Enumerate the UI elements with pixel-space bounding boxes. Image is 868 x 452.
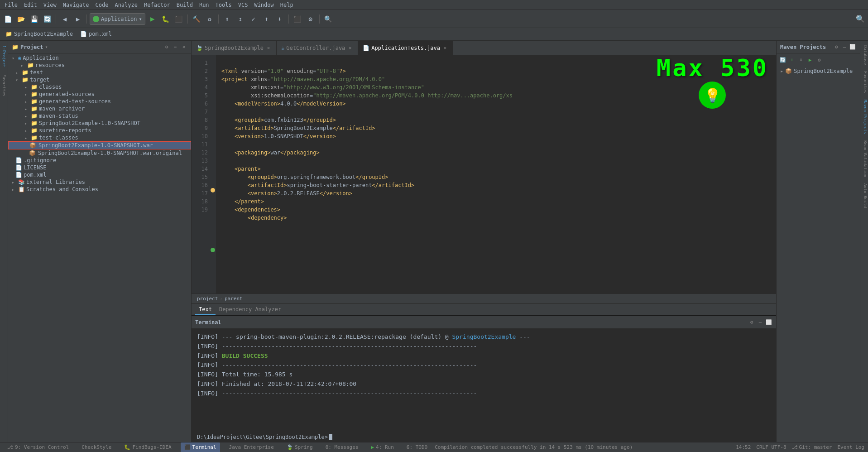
toolbar-debug[interactable]: 🐛: [160, 13, 172, 25]
toolbar-forward[interactable]: ▶: [72, 13, 84, 25]
status-event-log[interactable]: Event Log: [837, 444, 864, 450]
run-configuration[interactable]: Application ▾: [90, 13, 145, 25]
strip-bean-validation[interactable]: Bean Validation: [861, 138, 868, 180]
toolbar-stop[interactable]: ⬛: [173, 13, 185, 25]
menu-tools[interactable]: Tools: [213, 1, 235, 9]
menu-build[interactable]: Build: [174, 1, 196, 9]
breadcrumb-parent[interactable]: parent: [225, 296, 243, 302]
maven-download-icon[interactable]: ⬇: [797, 56, 805, 63]
breadcrumb-springboot[interactable]: 📁 SpringBoot2Example: [2, 29, 77, 40]
tab-getcontroller[interactable]: ☕ GetController.java ✕: [277, 41, 358, 55]
toolbar-settings[interactable]: ⚙: [305, 13, 317, 25]
toolbar-pull[interactable]: ⬇: [274, 13, 286, 25]
strip-database[interactable]: Database: [861, 43, 868, 67]
breadcrumb-pom[interactable]: 📄 pom.xml: [77, 29, 115, 40]
tree-resources[interactable]: ▸ 📁 resources: [8, 62, 191, 69]
maven-add-icon[interactable]: +: [788, 56, 796, 63]
strip-maven-projects[interactable]: Maven Projects: [861, 97, 868, 137]
menu-window[interactable]: Window: [251, 1, 276, 9]
tree-maven-archiver[interactable]: ▸ 📁 maven-archiver: [8, 105, 191, 112]
toolbar-build-project[interactable]: 🔨: [191, 13, 202, 25]
menu-view[interactable]: View: [41, 1, 59, 9]
tree-external-libs[interactable]: ▸ 📚 External Libraries: [8, 178, 191, 186]
strip-favorites[interactable]: Favorites: [1, 72, 7, 99]
toolbar-push[interactable]: ⬆: [261, 13, 273, 25]
toolbar-update-proj[interactable]: ⬆: [221, 13, 233, 25]
terminal-expand-icon[interactable]: ⬜: [765, 319, 772, 326]
toolbar-rebuild[interactable]: ♻: [204, 13, 216, 25]
breadcrumb-project[interactable]: project: [197, 296, 218, 302]
toolbar-commit[interactable]: ✓: [248, 13, 259, 25]
tree-war-original[interactable]: 📦 SpringBoot2Example-1.0-SNAPSHOT.war.or…: [8, 149, 191, 157]
tree-generated-sources[interactable]: ▸ 📁 generated-sources: [8, 91, 191, 98]
status-git-branch[interactable]: ⎇ Git: master: [792, 444, 832, 450]
menu-help[interactable]: Help: [278, 1, 296, 9]
panel-gear-icon[interactable]: ⚙: [163, 43, 170, 51]
tab-springboot-close[interactable]: ✕: [265, 45, 272, 51]
tree-license[interactable]: 📄 LICENSE: [8, 164, 191, 171]
toolbar-git[interactable]: ↕: [235, 13, 246, 25]
toolbar-run[interactable]: ▶: [147, 13, 158, 25]
tree-root-application[interactable]: ▾ ◉ Application: [8, 54, 191, 62]
tree-classes[interactable]: ▸ 📁 classes: [8, 83, 191, 91]
maven-tree-item-springboot[interactable]: ▸ 📦 SpringBoot2Example: [778, 67, 858, 75]
maven-refresh-icon[interactable]: 🔄: [779, 56, 786, 63]
tree-generated-test-sources[interactable]: ▸ 📁 generated-test-sources: [8, 98, 191, 105]
tree-gitignore[interactable]: 📄 .gitignore: [8, 157, 191, 164]
menu-run[interactable]: Run: [197, 1, 212, 9]
maven-gear-icon[interactable]: ⚙: [833, 43, 840, 51]
status-run[interactable]: ▶ 4: Run: [367, 442, 397, 452]
toolbar-terminal[interactable]: ⬛: [292, 13, 303, 25]
tree-test-classes[interactable]: ▸ 📁 test-classes: [8, 134, 191, 141]
status-messages[interactable]: 0: Messages: [322, 442, 362, 452]
menu-refactor[interactable]: Refactor: [141, 1, 173, 9]
menu-vcs[interactable]: VCS: [235, 1, 251, 9]
tree-target[interactable]: ▾ 📁 target: [8, 76, 191, 83]
toolbar-find[interactable]: 🔍: [322, 13, 334, 25]
status-encoding[interactable]: CRLF UTF-8: [756, 444, 786, 450]
toolbar-sync[interactable]: 🔄: [41, 13, 53, 25]
tree-scratches[interactable]: ▸ 📋 Scratches and Consoles: [8, 186, 191, 193]
status-spring[interactable]: 🍃 Spring: [283, 442, 317, 452]
menu-code[interactable]: Code: [93, 1, 111, 9]
tree-pom[interactable]: 📄 pom.xml: [8, 171, 191, 178]
toolbar-search-everywhere[interactable]: 🔍: [854, 13, 866, 25]
status-terminal[interactable]: ⬛ Terminal: [181, 442, 220, 452]
tree-test[interactable]: ▸ 📁 test: [8, 69, 191, 76]
tree-maven-status[interactable]: ▸ 📁 maven-status: [8, 112, 191, 120]
status-todo[interactable]: 6: TODO: [403, 442, 431, 452]
terminal-gear-icon[interactable]: ⚙: [748, 319, 755, 326]
project-dropdown[interactable]: ▾: [45, 44, 48, 49]
status-findbugs[interactable]: 🐛 FindBugs-IDEA: [120, 442, 175, 452]
code-editor[interactable]: <?xml version="1.0" encoding="UTF-8"?> <…: [216, 55, 776, 293]
maven-run-icon[interactable]: ▶: [806, 56, 814, 63]
tab-getcontroller-close[interactable]: ✕: [347, 45, 353, 51]
tab-springboot2example[interactable]: 🍃 SpringBoot2Example ✕: [192, 41, 277, 55]
strip-favorites-right[interactable]: Favorites: [861, 68, 868, 96]
maven-expand-icon[interactable]: ⬜: [849, 43, 856, 51]
status-java-enterprise[interactable]: Java Enterprise: [225, 442, 278, 452]
tab-text[interactable]: Text: [195, 305, 216, 315]
panel-close-icon[interactable]: ✕: [180, 43, 187, 51]
terminal-minimize-icon[interactable]: —: [757, 319, 764, 326]
toolbar-new-file[interactable]: 📄: [2, 13, 14, 25]
tab-dependency-analyzer[interactable]: Dependency Analyzer: [216, 305, 285, 315]
toolbar-back[interactable]: ◀: [59, 13, 71, 25]
tree-war-file[interactable]: 📦 SpringBoot2Example-1.0-SNAPSHOT.war: [8, 141, 191, 149]
menu-navigate[interactable]: Navigate: [60, 1, 92, 9]
status-version-control[interactable]: ⎇ 9: Version Control: [4, 442, 72, 452]
toolbar-open[interactable]: 📂: [15, 13, 27, 25]
menu-edit[interactable]: Edit: [21, 1, 40, 9]
strip-auto-build[interactable]: Auto Build: [861, 181, 868, 211]
panel-collapse-icon[interactable]: ≡: [172, 43, 179, 51]
strip-project[interactable]: 1:Project: [1, 43, 7, 70]
tab-applicationtests[interactable]: 📄 ApplicationTests.java ✕: [358, 41, 453, 55]
maven-settings-icon[interactable]: ⚙: [815, 56, 823, 63]
menu-file[interactable]: File: [2, 1, 20, 9]
maven-minimize-icon[interactable]: —: [841, 43, 848, 51]
tab-applicationtests-close[interactable]: ✕: [442, 45, 448, 51]
tree-surefire[interactable]: ▸ 📁 surefire-reports: [8, 127, 191, 134]
status-checkstyle[interactable]: CheckStyle: [78, 442, 115, 452]
menu-analyze[interactable]: Analyze: [112, 1, 140, 9]
tree-snapshot-folder[interactable]: ▸ 📁 SpringBoot2Example-1.0-SNAPSHOT: [8, 120, 191, 127]
